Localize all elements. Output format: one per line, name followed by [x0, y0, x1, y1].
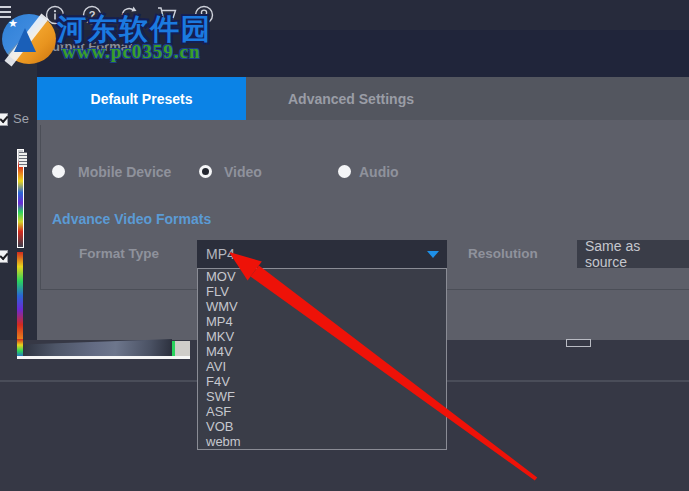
format-category-radios: Mobile Device Video Audio: [37, 164, 689, 180]
thumbnail-white-border: [17, 356, 190, 359]
format-option[interactable]: M4V: [198, 344, 446, 359]
resolution-dropdown[interactable]: Same as source: [577, 240, 689, 268]
format-dropdown-list: MOVFLVWMVMP4MKVM4VAVIF4VSWFASFVOBwebm: [197, 268, 447, 450]
radio-audio[interactable]: [338, 165, 351, 178]
format-type-dropdown[interactable]: MP4: [197, 240, 447, 268]
panel-border: [40, 125, 41, 290]
format-option[interactable]: FLV: [198, 284, 446, 299]
file-label-fragment: Se: [13, 111, 29, 126]
dialog-header-gap: [37, 62, 689, 77]
thumbnail-detail: [19, 152, 27, 167]
format-type-value: MP4: [206, 246, 235, 262]
cart-icon[interactable]: [156, 4, 178, 26]
format-option[interactable]: webm: [198, 434, 446, 449]
info-icon[interactable]: [44, 4, 66, 26]
tab-label: Advanced Settings: [288, 91, 414, 107]
tab-default-presets[interactable]: Default Presets: [37, 77, 246, 120]
resolution-value: Same as source: [585, 238, 681, 270]
radio-label: Audio: [359, 164, 399, 180]
tab-label: Default Presets: [91, 91, 193, 107]
app-window: ? Output Format Se Default Presets Advan…: [0, 0, 689, 491]
top-toolbar: ?: [0, 0, 689, 30]
resolution-label: Resolution: [468, 246, 538, 261]
tab-advanced-settings[interactable]: Advanced Settings: [246, 77, 456, 120]
refresh-icon[interactable]: [118, 4, 140, 26]
format-option[interactable]: SWF: [198, 389, 446, 404]
file-checkbox[interactable]: [0, 250, 8, 263]
format-type-label: Format Type: [79, 246, 159, 261]
section-heading: Advance Video Formats: [52, 211, 211, 227]
svg-text:?: ?: [89, 9, 96, 21]
format-option[interactable]: AVI: [198, 359, 446, 374]
radio-label: Mobile Device: [78, 164, 171, 180]
thumbnail-filmstrip-edge: [17, 339, 23, 357]
format-option[interactable]: WMV: [198, 299, 446, 314]
format-option[interactable]: ASF: [198, 404, 446, 419]
thumbnail-end-cap: [172, 341, 190, 356]
chevron-down-icon: [427, 251, 439, 258]
dialog-title: Output Format: [42, 39, 132, 54]
dialog-button-peek[interactable]: [566, 339, 591, 347]
format-option[interactable]: F4V: [198, 374, 446, 389]
radio-video[interactable]: [199, 165, 212, 178]
menu-icon[interactable]: [0, 6, 11, 20]
radio-label: Video: [224, 164, 262, 180]
file-checkbox[interactable]: [0, 113, 8, 126]
format-option[interactable]: VOB: [198, 419, 446, 434]
help-icon[interactable]: ?: [81, 4, 103, 26]
format-option[interactable]: MOV: [198, 269, 446, 284]
user-icon[interactable]: [193, 4, 215, 26]
format-option[interactable]: MP4: [198, 314, 446, 329]
radio-mobile-device[interactable]: [52, 165, 65, 178]
format-option[interactable]: MKV: [198, 329, 446, 344]
